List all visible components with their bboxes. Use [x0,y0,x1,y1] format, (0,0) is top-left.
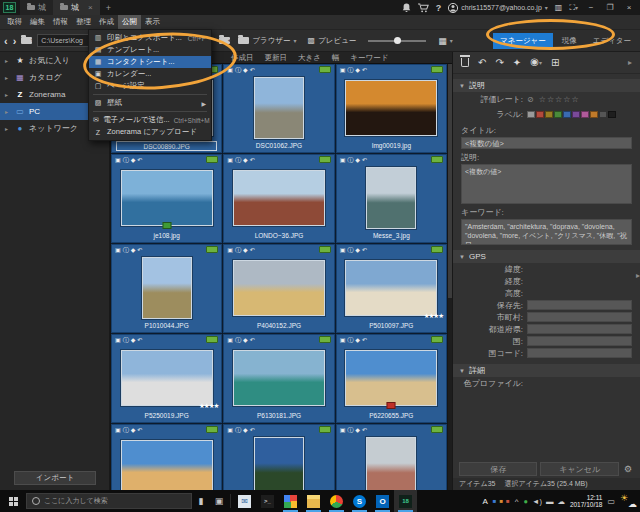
description-input[interactable]: <複数の値> [461,164,632,204]
menubar-item[interactable]: 取得 [3,15,26,29]
folder-up-icon[interactable]: ↑ [21,37,32,44]
photo-thumbnail[interactable] [121,350,213,406]
color-label-swatch[interactable] [554,111,562,118]
photo-cell[interactable]: ▣ⓘ◆↶Messe_3.jpg [336,154,447,243]
save-button[interactable]: 保存 [459,462,537,476]
new-tab-button[interactable]: + [100,3,117,13]
photos-app-icon[interactable] [279,490,302,512]
color-label-swatch[interactable] [599,111,607,118]
photo-thumbnail[interactable] [345,350,437,406]
menu-item[interactable]: ZZonerama にアップロード [89,126,211,138]
photo-thumbnail[interactable] [233,260,325,316]
menubar-item[interactable]: 公開 [118,15,141,29]
color-label-swatch[interactable] [563,111,571,118]
skype-app-icon[interactable]: S [348,490,371,512]
photo-cell[interactable]: ▣ⓘ◆↶P6220655.JPG [336,334,447,423]
photo-thumbnail[interactable] [366,167,416,229]
add-folder-icon[interactable]: + [219,37,230,44]
collapse-panel-icon[interactable]: ▸ [628,58,632,67]
minimize-button[interactable]: − [585,3,597,12]
ime-indicator[interactable]: A [482,497,487,506]
rating-none-icon[interactable]: ⊘ [527,95,535,104]
fullscreen-icon[interactable]: ⛶▾ [569,3,578,13]
photo-thumbnail[interactable] [233,350,325,406]
photo-cell[interactable]: ▣ⓘ◆↶ [223,424,334,490]
onedrive-cloud-icon[interactable]: ☁ [557,497,565,506]
zoner-app-icon[interactable]: 18 [394,490,417,512]
photo-thumbnail[interactable] [345,260,437,316]
photo-cell[interactable]: ▣ⓘ◆↶Img00019.jpg [336,64,447,153]
tab-城[interactable]: 城× [53,0,100,15]
menubar-item[interactable]: 情報 [49,15,72,29]
path-input[interactable]: C:\Users\Kog [37,34,91,47]
account-menu[interactable]: chris115577@yahoo.co.jp ▾ [448,3,548,13]
grid-view-button[interactable]: ▦ ▾ [435,34,456,48]
photo-thumbnail[interactable] [121,440,213,491]
rotate-left-icon[interactable]: ↶ [478,57,486,69]
expander-icon[interactable]: ▸ [5,57,11,64]
preview-button[interactable]: ▩ プレビュー [305,34,360,48]
sort-header[interactable]: キーワード [350,53,388,63]
photo-cell[interactable]: ▣ⓘ◆↶DSC01062.JPG [223,64,334,153]
photo-thumbnail[interactable] [366,437,416,491]
sort-header[interactable]: 大きさ [298,53,321,63]
panel-edge-arrow-icon[interactable]: ▸ [636,271,640,280]
menu-item[interactable]: ▥印刷とエクスポート...Ctrl+P [89,32,211,44]
gps-field-input[interactable] [527,336,632,346]
photo-cell[interactable]: ▣ⓘ◆↶★★★★P5010097.JPG [336,244,447,333]
color-label-swatch[interactable] [590,111,598,118]
menubar-item[interactable]: 作成 [95,15,118,29]
volume-icon[interactable]: ◄) [532,497,542,506]
tray-app-icon-orange[interactable]: ■ [499,498,503,504]
mode-button-active[interactable]: マネージャー [493,33,553,49]
section-description[interactable]: ▼ 説明 [453,79,640,92]
show-metadata-icon[interactable]: ◉▾ [530,56,542,69]
back-button[interactable]: ‹ [4,36,8,46]
photo-cell[interactable]: ▣ⓘ◆↶★★★★P5250019.JPG [111,334,222,423]
expander-icon[interactable]: ▸ [5,74,11,81]
help-book-icon[interactable]: ▥ [555,3,563,12]
menu-item[interactable]: ✉電子メールで送信...Ctrl+Shift+M [89,114,211,126]
task-view-icon[interactable]: ▣ [210,496,228,506]
forward-button[interactable]: › [13,36,17,46]
status-green-icon[interactable]: ● [523,497,528,506]
section-details[interactable]: ▼ 詳細 [453,364,640,377]
mode-button-inactive[interactable]: エディター [586,33,638,49]
slider-knob[interactable] [394,37,401,44]
photo-thumbnail[interactable] [121,170,213,226]
menu-item[interactable]: ▨壁紙▶ [89,97,211,109]
menu-item[interactable]: ▤テンプレート... [89,44,211,56]
color-label-swatch[interactable] [608,111,616,118]
quick-fix-wand-icon[interactable]: ✦ [513,57,521,69]
close-button[interactable]: × [623,3,635,12]
expander-icon[interactable]: ▸ [5,108,11,115]
expander-icon[interactable]: ▸ [5,91,11,98]
outlook-app-icon[interactable]: O [371,490,394,512]
cart-icon[interactable] [418,3,429,13]
photo-thumbnail[interactable] [142,257,192,319]
hidden-icons-chevron[interactable]: ^ [515,497,519,506]
sort-header[interactable]: 幅 [332,53,340,63]
photo-cell[interactable]: ▣ⓘ◆↶P1010044.JPG [111,244,222,333]
cancel-button[interactable]: キャンセル [540,462,618,476]
menubar-item[interactable]: 編集 [26,15,49,29]
photo-thumbnail[interactable] [345,80,437,136]
rotate-right-icon[interactable]: ↷ [495,57,503,69]
photo-thumbnail[interactable] [254,77,304,139]
trash-icon[interactable] [461,58,469,67]
photo-thumbnail[interactable] [254,437,304,491]
tab-close-icon[interactable]: × [88,3,93,12]
photo-cell[interactable]: ▣ⓘ◆↶je108.jpg [111,154,222,243]
gear-icon[interactable]: ⚙ [622,464,634,474]
info-card-icon[interactable]: ⊞ [551,57,559,69]
color-label-swatch[interactable] [545,111,553,118]
photo-cell[interactable]: ▣ⓘ◆↶ [336,424,447,490]
color-label-swatch[interactable] [536,111,544,118]
sort-header[interactable]: 更新日 [265,53,288,63]
expander-icon[interactable]: ▸ [5,125,11,132]
start-button[interactable] [0,490,26,512]
rating-stars[interactable]: ☆☆☆☆☆ [539,95,580,104]
photo-cell[interactable]: ▣ⓘ◆↶P6130181.JPG [223,334,334,423]
weather-icon[interactable]: ☀ ☁ [620,494,636,508]
photo-cell[interactable]: ▣ⓘ◆↶ [111,424,222,490]
